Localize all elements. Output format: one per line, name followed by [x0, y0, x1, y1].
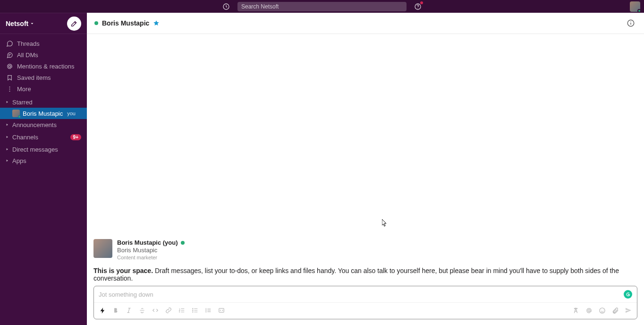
star-icon	[153, 20, 160, 26]
channel-intro: Boris Mustapic (you) Boris Mustapic Cont…	[87, 239, 644, 286]
details-button[interactable]	[625, 17, 636, 29]
chat-header: Boris Mustapic	[87, 13, 644, 34]
svg-point-5	[9, 88, 10, 89]
quote-icon	[205, 307, 212, 314]
user-avatar[interactable]	[630, 1, 640, 12]
intro-desc-rest: Draft messages, list your to-dos, or kee…	[93, 267, 619, 282]
nav-mentions[interactable]: Mentions & reactions	[0, 60, 87, 72]
dms-icon	[6, 51, 13, 59]
section-starred[interactable]: Starred	[0, 96, 87, 108]
star-button[interactable]	[153, 20, 160, 26]
svg-point-2	[417, 8, 418, 8]
caret-right-icon	[5, 135, 9, 139]
cursor-icon	[382, 219, 388, 227]
bold-icon	[112, 307, 119, 314]
blockquote-button[interactable]	[203, 305, 214, 316]
chat-body: Boris Mustapic (you) Boris Mustapic Cont…	[87, 34, 644, 286]
code-icon	[152, 307, 159, 314]
send-button[interactable]	[623, 305, 634, 316]
nav-more[interactable]: More	[0, 83, 87, 94]
nav-label: More	[17, 86, 31, 93]
presence-indicator	[637, 9, 641, 13]
chevron-down-icon	[30, 21, 34, 26]
info-icon	[627, 19, 635, 27]
svg-point-10	[193, 310, 193, 310]
compose-button[interactable]	[67, 17, 81, 31]
caret-right-icon	[5, 123, 9, 127]
send-icon	[625, 307, 632, 314]
avatar[interactable]	[93, 239, 112, 258]
nav-threads[interactable]: Threads	[0, 38, 87, 49]
history-button[interactable]	[221, 2, 231, 11]
more-icon	[6, 86, 13, 93]
grammarly-icon[interactable]	[624, 290, 632, 299]
ordered-list-button[interactable]	[176, 305, 187, 316]
search-input[interactable]: Search Netsoft	[237, 2, 407, 11]
presence-indicator	[181, 241, 185, 245]
ordered-list-icon	[178, 307, 185, 314]
code-button[interactable]	[150, 305, 161, 316]
intro-name-row: Boris Mustapic (you)	[117, 239, 185, 246]
intro-desc-bold: This is your space.	[93, 267, 153, 274]
italic-button[interactable]	[123, 305, 135, 316]
svg-point-11	[193, 312, 193, 312]
you-label: you	[67, 111, 76, 116]
sidebar-item-label: Boris Mustapic	[23, 110, 63, 117]
help-button[interactable]	[413, 2, 423, 11]
strike-button[interactable]	[136, 305, 148, 316]
svg-point-6	[9, 90, 10, 91]
nav-label: Mentions & reactions	[17, 63, 74, 70]
intro-role: Content marketer	[117, 255, 185, 260]
svg-point-4	[9, 86, 10, 87]
paperclip-icon	[612, 307, 619, 314]
shortcuts-button[interactable]	[97, 305, 108, 316]
section-label: Direct messages	[12, 146, 58, 153]
format-toggle[interactable]	[570, 305, 581, 316]
link-icon	[165, 307, 172, 314]
section-label: Announcements	[12, 121, 57, 128]
section-direct-messages[interactable]: Direct messages	[0, 144, 87, 155]
section-announcements[interactable]: Announcements	[0, 119, 87, 130]
emoji-button[interactable]	[596, 305, 608, 316]
composer-area	[87, 286, 644, 325]
nav-list: Threads All DMs Mentions & reactions Sav…	[0, 34, 87, 96]
intro-name[interactable]: Boris Mustapic (you)	[117, 239, 178, 246]
nav-all-dms[interactable]: All DMs	[0, 49, 87, 60]
composer-toolbar	[94, 302, 637, 319]
intro-display-name: Boris Mustapic	[117, 246, 185, 255]
section-channels[interactable]: Channels 9+	[0, 130, 87, 144]
italic-icon	[126, 307, 132, 314]
nav-label: All DMs	[17, 51, 38, 59]
mention-button[interactable]	[583, 305, 594, 316]
strike-icon	[139, 307, 145, 314]
svg-point-16	[602, 309, 603, 310]
main: Boris Mustapic Boris Mustapic (you)	[87, 13, 644, 325]
codeblock-button[interactable]	[216, 305, 227, 316]
bold-button[interactable]	[110, 305, 121, 316]
section-apps[interactable]: Apps	[0, 155, 87, 166]
help-notification-dot	[420, 1, 423, 4]
message-input[interactable]	[99, 291, 624, 298]
workspace-name: Netsoft	[6, 20, 28, 27]
workspace-switcher[interactable]: Netsoft	[6, 20, 34, 27]
section-label: Channels	[12, 134, 38, 141]
chat-title[interactable]: Boris Mustapic	[102, 19, 149, 27]
presence-indicator	[94, 21, 98, 25]
svg-point-3	[8, 65, 10, 67]
bullet-list-button[interactable]	[189, 305, 201, 316]
emoji-icon	[599, 307, 606, 314]
section-label: Starred	[12, 99, 33, 106]
link-button[interactable]	[163, 305, 174, 316]
section-label: Apps	[12, 157, 26, 164]
sidebar-item-self-dm[interactable]: Boris Mustapic you	[0, 108, 87, 119]
text-icon	[572, 307, 579, 314]
intro-description: This is your space. Draft messages, list…	[93, 267, 637, 282]
nav-label: Threads	[17, 40, 40, 47]
clock-icon	[222, 3, 230, 10]
nav-saved[interactable]: Saved items	[0, 72, 87, 83]
presence-indicator	[18, 115, 21, 118]
attach-button[interactable]	[610, 305, 621, 316]
nav-label: Saved items	[17, 74, 51, 81]
svg-point-14	[599, 308, 604, 313]
unread-badge: 9+	[70, 134, 81, 140]
